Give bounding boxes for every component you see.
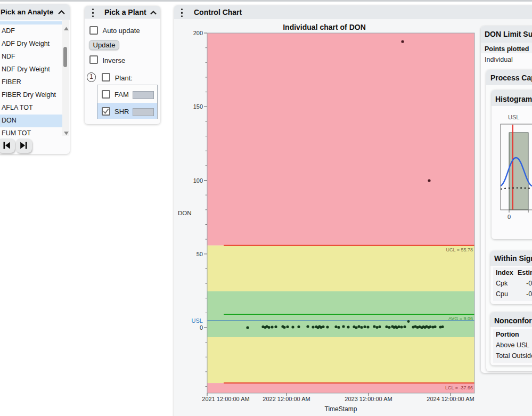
svg-text:AVG = 9.06: AVG = 9.06 [448, 316, 473, 321]
svg-text:Individual chart of DON: Individual chart of DON [283, 23, 366, 31]
svg-text:50: 50 [197, 251, 203, 257]
svg-text:0: 0 [508, 214, 511, 220]
svg-text:TimeStamp: TimeStamp [325, 405, 357, 413]
svg-text:LCL = -37.66: LCL = -37.66 [445, 385, 473, 390]
svg-text:USL: USL [192, 317, 203, 324]
svg-text:2022 12:00:00 AM: 2022 12:00:00 AM [263, 396, 310, 402]
svg-text:2024 12:00:00 AM: 2024 12:00:00 AM [427, 396, 474, 402]
svg-text:DON: DON [178, 210, 192, 216]
svg-text:2021 12:00:00 AM: 2021 12:00:00 AM [202, 396, 249, 402]
svg-text:0: 0 [200, 324, 203, 331]
svg-text:USL: USL [508, 114, 519, 120]
svg-text:UCL = 55.78: UCL = 55.78 [446, 247, 473, 252]
svg-text:200: 200 [193, 30, 203, 36]
svg-text:100: 100 [193, 177, 203, 184]
svg-text:150: 150 [193, 103, 203, 110]
svg-text:2023 12:00:00 AM: 2023 12:00:00 AM [345, 396, 392, 402]
